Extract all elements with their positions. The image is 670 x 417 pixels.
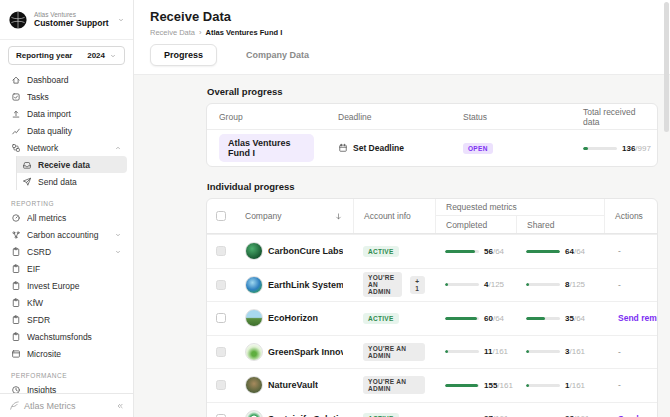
company-logo xyxy=(245,309,263,327)
breadcrumb-current: Atlas Ventures Fund I xyxy=(206,28,283,37)
row-checkbox[interactable] xyxy=(216,246,226,256)
account-status-badge: ACTIVE xyxy=(363,246,399,257)
main-area: Receive Data Receive Data › Atlas Ventur… xyxy=(134,0,670,417)
sidebar-item-label: All metrics xyxy=(27,213,122,223)
account-status-badge: ACTIVE xyxy=(363,313,399,324)
sidebar-item-label: SFDR xyxy=(27,315,122,325)
network-icon xyxy=(11,143,21,153)
sidebar-item-dashboard[interactable]: Dashboard xyxy=(6,71,127,88)
sidebar-item-all-metrics[interactable]: All metrics xyxy=(6,209,127,226)
completed-value: 4/125 xyxy=(484,280,504,289)
sidebar-item-data-import[interactable]: Data import xyxy=(6,105,127,122)
sidebar-item-label: Data import xyxy=(27,109,122,119)
completed-value: 155/161 xyxy=(484,381,513,390)
sidebar-nav: Dashboard Tasks Data import Data quality… xyxy=(0,69,133,417)
breadcrumb-root[interactable]: Receive Data xyxy=(150,28,195,37)
shared-value: 1/161 xyxy=(565,381,585,390)
reporting-year-label: Reporting year xyxy=(16,51,83,60)
inbox-icon xyxy=(22,160,32,170)
calendar-icon xyxy=(338,143,348,153)
sidebar-item-invest-europe[interactable]: Invest Europe xyxy=(6,277,127,294)
clipboard-icon xyxy=(11,247,21,257)
select-all-checkbox[interactable] xyxy=(216,211,226,221)
column-header-account-info: Account info xyxy=(353,199,435,233)
chevron-down-icon xyxy=(114,248,122,256)
sidebar-item-eif[interactable]: EIF xyxy=(6,260,127,277)
table-row: Sustainify Solutions ACTIVE 27/161 23/16… xyxy=(207,402,657,417)
sidebar-item-wachstumsfonds[interactable]: Wachstumsfonds xyxy=(6,328,127,345)
completed-progress-bar xyxy=(445,384,479,387)
reporting-year-selector[interactable]: Reporting year 2024 xyxy=(8,46,125,65)
sidebar-item-csrd[interactable]: CSRD xyxy=(6,243,127,260)
company-name: NatureVault xyxy=(268,380,318,390)
row-checkbox[interactable] xyxy=(216,280,226,290)
total-received-value: 136/997 xyxy=(622,144,651,153)
sidebar-item-tasks[interactable]: Tasks xyxy=(6,88,127,105)
chevron-up-icon xyxy=(114,144,122,152)
completed-progress-bar xyxy=(445,317,479,320)
individual-progress-title: Individual progress xyxy=(207,181,658,192)
company-globe-logo xyxy=(8,10,28,30)
action-none: - xyxy=(618,280,621,290)
clipboard-icon xyxy=(11,264,21,274)
completed-value: 60/64 xyxy=(484,314,504,323)
sidebar-item-send-data[interactable]: Send data xyxy=(16,173,127,190)
company-name: EcoHorizon xyxy=(268,313,318,323)
sidebar-item-data-quality[interactable]: Data quality xyxy=(6,122,127,139)
clipboard-icon xyxy=(11,315,21,325)
send-icon xyxy=(22,177,32,187)
row-checkbox[interactable] xyxy=(216,347,226,357)
company-logo xyxy=(245,410,263,417)
completed-value: 56/64 xyxy=(484,247,504,256)
sidebar-item-network[interactable]: Network xyxy=(6,139,127,156)
workspace-name: Customer Support xyxy=(34,18,111,28)
action-none: - xyxy=(618,246,621,256)
set-deadline-button[interactable]: Set Deadline xyxy=(338,143,404,153)
shared-progress-bar xyxy=(526,250,560,253)
sidebar-item-sfdr[interactable]: SFDR xyxy=(6,311,127,328)
clipboard-icon xyxy=(11,332,21,342)
sidebar-item-receive-data[interactable]: Receive data xyxy=(16,156,127,173)
completed-value: 11/161 xyxy=(484,347,508,356)
sidebar-item-label: Receive data xyxy=(38,160,122,170)
group-pill[interactable]: Atlas Ventures Fund I xyxy=(219,134,314,162)
sidebar-item-label: KfW xyxy=(27,298,122,308)
collapse-sidebar-icon[interactable] xyxy=(116,402,124,410)
tab-company-data[interactable]: Company Data xyxy=(233,45,322,65)
shared-value: 8/125 xyxy=(565,280,585,289)
sidebar-item-label: Tasks xyxy=(27,92,122,102)
sidebar-item-carbon-accounting[interactable]: Carbon accounting xyxy=(6,226,127,243)
account-status-badge: YOU'RE AN ADMIN xyxy=(363,376,425,394)
admin-count-badge[interactable]: + 1 xyxy=(410,276,425,294)
sidebar-item-label: Microsite xyxy=(27,349,122,359)
section-label-performance: PERFORMANCE xyxy=(6,366,127,381)
sidebar-item-label: Send data xyxy=(38,177,122,187)
account-status-badge: ACTIVE xyxy=(363,413,399,417)
sidebar-item-label: Data quality xyxy=(27,126,122,136)
sidebar-footer: Atlas Metrics xyxy=(0,393,133,417)
breadcrumb: Receive Data › Atlas Ventures Fund I xyxy=(150,28,654,37)
sidebar-item-kfw[interactable]: KfW xyxy=(6,294,127,311)
sidebar-item-microsite[interactable]: Microsite xyxy=(6,345,127,362)
row-checkbox[interactable] xyxy=(216,380,226,390)
tab-bar: Progress Company Data xyxy=(134,37,670,74)
send-reminder-button[interactable]: Send reminder xyxy=(618,313,658,323)
sidebar-item-label: Network xyxy=(27,143,108,153)
column-header-company: Company xyxy=(245,211,281,221)
row-checkbox[interactable] xyxy=(216,313,226,323)
sidebar: Atlas Ventures Customer Support Reportin… xyxy=(0,0,134,417)
company-logo xyxy=(245,376,263,394)
scrollbar-thumb[interactable] xyxy=(664,2,669,132)
app-window: Atlas Ventures Customer Support Reportin… xyxy=(0,0,670,417)
sidebar-item-label: Invest Europe xyxy=(27,281,122,291)
set-deadline-label: Set Deadline xyxy=(353,143,404,153)
sort-descending-icon[interactable] xyxy=(334,212,343,221)
workspace-switcher[interactable]: Atlas Ventures Customer Support xyxy=(0,0,133,40)
sidebar-item-label: Wachstumsfonds xyxy=(27,332,122,342)
chart-icon xyxy=(11,126,21,136)
workspace-labels: Atlas Ventures Customer Support xyxy=(34,11,111,28)
column-header-shared: Shared xyxy=(516,216,604,233)
shared-value: 64/64 xyxy=(565,247,585,256)
tab-progress[interactable]: Progress xyxy=(150,44,217,66)
page-header: Receive Data Receive Data › Atlas Ventur… xyxy=(134,0,670,37)
